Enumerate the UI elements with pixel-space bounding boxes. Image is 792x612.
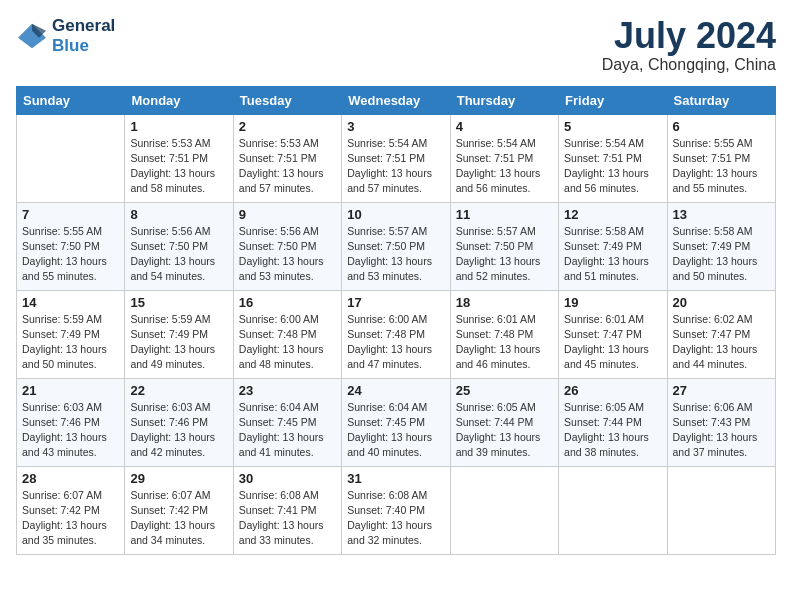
- calendar-cell: 28Sunrise: 6:07 AMSunset: 7:42 PMDayligh…: [17, 466, 125, 554]
- sunrise-text: Sunrise: 5:53 AM: [130, 136, 227, 151]
- day-detail: Sunrise: 6:03 AMSunset: 7:46 PMDaylight:…: [22, 400, 119, 461]
- daylight-text: Daylight: 13 hours and 57 minutes.: [347, 166, 444, 196]
- day-number: 14: [22, 295, 119, 310]
- calendar-cell: 24Sunrise: 6:04 AMSunset: 7:45 PMDayligh…: [342, 378, 450, 466]
- daylight-text: Daylight: 13 hours and 55 minutes.: [673, 166, 770, 196]
- calendar-cell: 17Sunrise: 6:00 AMSunset: 7:48 PMDayligh…: [342, 290, 450, 378]
- calendar-cell: 14Sunrise: 5:59 AMSunset: 7:49 PMDayligh…: [17, 290, 125, 378]
- sunrise-text: Sunrise: 5:57 AM: [456, 224, 553, 239]
- calendar-cell: 22Sunrise: 6:03 AMSunset: 7:46 PMDayligh…: [125, 378, 233, 466]
- calendar-cell: 7Sunrise: 5:55 AMSunset: 7:50 PMDaylight…: [17, 202, 125, 290]
- logo-text: General Blue: [52, 16, 115, 55]
- sunset-text: Sunset: 7:41 PM: [239, 503, 336, 518]
- day-detail: Sunrise: 5:59 AMSunset: 7:49 PMDaylight:…: [22, 312, 119, 373]
- logo-icon: [16, 22, 48, 50]
- sunset-text: Sunset: 7:50 PM: [456, 239, 553, 254]
- day-number: 18: [456, 295, 553, 310]
- calendar-cell: 11Sunrise: 5:57 AMSunset: 7:50 PMDayligh…: [450, 202, 558, 290]
- day-detail: Sunrise: 5:55 AMSunset: 7:51 PMDaylight:…: [673, 136, 770, 197]
- sunrise-text: Sunrise: 5:54 AM: [564, 136, 661, 151]
- sunrise-text: Sunrise: 6:00 AM: [347, 312, 444, 327]
- weekday-header-sunday: Sunday: [17, 86, 125, 114]
- day-detail: Sunrise: 5:58 AMSunset: 7:49 PMDaylight:…: [564, 224, 661, 285]
- page-header: General Blue July 2024 Daya, Chongqing, …: [16, 16, 776, 74]
- calendar-cell: [559, 466, 667, 554]
- daylight-text: Daylight: 13 hours and 43 minutes.: [22, 430, 119, 460]
- sunset-text: Sunset: 7:45 PM: [239, 415, 336, 430]
- sunset-text: Sunset: 7:51 PM: [564, 151, 661, 166]
- calendar-cell: 6Sunrise: 5:55 AMSunset: 7:51 PMDaylight…: [667, 114, 775, 202]
- day-detail: Sunrise: 6:08 AMSunset: 7:41 PMDaylight:…: [239, 488, 336, 549]
- daylight-text: Daylight: 13 hours and 38 minutes.: [564, 430, 661, 460]
- day-number: 1: [130, 119, 227, 134]
- sunset-text: Sunset: 7:50 PM: [130, 239, 227, 254]
- daylight-text: Daylight: 13 hours and 51 minutes.: [564, 254, 661, 284]
- day-number: 12: [564, 207, 661, 222]
- calendar-cell: [667, 466, 775, 554]
- daylight-text: Daylight: 13 hours and 50 minutes.: [22, 342, 119, 372]
- day-detail: Sunrise: 6:07 AMSunset: 7:42 PMDaylight:…: [22, 488, 119, 549]
- day-detail: Sunrise: 6:07 AMSunset: 7:42 PMDaylight:…: [130, 488, 227, 549]
- daylight-text: Daylight: 13 hours and 37 minutes.: [673, 430, 770, 460]
- sunrise-text: Sunrise: 6:04 AM: [347, 400, 444, 415]
- day-number: 30: [239, 471, 336, 486]
- sunrise-text: Sunrise: 6:05 AM: [564, 400, 661, 415]
- day-number: 15: [130, 295, 227, 310]
- calendar-cell: [450, 466, 558, 554]
- sunrise-text: Sunrise: 5:55 AM: [673, 136, 770, 151]
- daylight-text: Daylight: 13 hours and 47 minutes.: [347, 342, 444, 372]
- sunset-text: Sunset: 7:51 PM: [347, 151, 444, 166]
- daylight-text: Daylight: 13 hours and 58 minutes.: [130, 166, 227, 196]
- daylight-text: Daylight: 13 hours and 46 minutes.: [456, 342, 553, 372]
- sunrise-text: Sunrise: 6:01 AM: [564, 312, 661, 327]
- sunrise-text: Sunrise: 6:08 AM: [239, 488, 336, 503]
- sunrise-text: Sunrise: 5:56 AM: [130, 224, 227, 239]
- calendar-cell: 9Sunrise: 5:56 AMSunset: 7:50 PMDaylight…: [233, 202, 341, 290]
- week-row-3: 14Sunrise: 5:59 AMSunset: 7:49 PMDayligh…: [17, 290, 776, 378]
- day-detail: Sunrise: 6:06 AMSunset: 7:43 PMDaylight:…: [673, 400, 770, 461]
- daylight-text: Daylight: 13 hours and 56 minutes.: [456, 166, 553, 196]
- calendar-cell: 30Sunrise: 6:08 AMSunset: 7:41 PMDayligh…: [233, 466, 341, 554]
- day-detail: Sunrise: 6:02 AMSunset: 7:47 PMDaylight:…: [673, 312, 770, 373]
- day-detail: Sunrise: 6:04 AMSunset: 7:45 PMDaylight:…: [239, 400, 336, 461]
- daylight-text: Daylight: 13 hours and 53 minutes.: [347, 254, 444, 284]
- day-detail: Sunrise: 6:05 AMSunset: 7:44 PMDaylight:…: [564, 400, 661, 461]
- sunrise-text: Sunrise: 6:02 AM: [673, 312, 770, 327]
- calendar-cell: 16Sunrise: 6:00 AMSunset: 7:48 PMDayligh…: [233, 290, 341, 378]
- day-detail: Sunrise: 6:08 AMSunset: 7:40 PMDaylight:…: [347, 488, 444, 549]
- weekday-header-tuesday: Tuesday: [233, 86, 341, 114]
- sunrise-text: Sunrise: 5:57 AM: [347, 224, 444, 239]
- sunset-text: Sunset: 7:47 PM: [564, 327, 661, 342]
- sunrise-text: Sunrise: 6:08 AM: [347, 488, 444, 503]
- sunrise-text: Sunrise: 6:00 AM: [239, 312, 336, 327]
- sunset-text: Sunset: 7:49 PM: [564, 239, 661, 254]
- day-detail: Sunrise: 5:57 AMSunset: 7:50 PMDaylight:…: [347, 224, 444, 285]
- day-number: 11: [456, 207, 553, 222]
- weekday-header-monday: Monday: [125, 86, 233, 114]
- calendar-cell: 8Sunrise: 5:56 AMSunset: 7:50 PMDaylight…: [125, 202, 233, 290]
- calendar-cell: 19Sunrise: 6:01 AMSunset: 7:47 PMDayligh…: [559, 290, 667, 378]
- calendar-cell: 29Sunrise: 6:07 AMSunset: 7:42 PMDayligh…: [125, 466, 233, 554]
- day-number: 21: [22, 383, 119, 398]
- daylight-text: Daylight: 13 hours and 35 minutes.: [22, 518, 119, 548]
- sunrise-text: Sunrise: 6:04 AM: [239, 400, 336, 415]
- day-detail: Sunrise: 5:54 AMSunset: 7:51 PMDaylight:…: [564, 136, 661, 197]
- sunrise-text: Sunrise: 6:07 AM: [22, 488, 119, 503]
- sunset-text: Sunset: 7:42 PM: [22, 503, 119, 518]
- daylight-text: Daylight: 13 hours and 55 minutes.: [22, 254, 119, 284]
- day-detail: Sunrise: 6:03 AMSunset: 7:46 PMDaylight:…: [130, 400, 227, 461]
- calendar-cell: [17, 114, 125, 202]
- week-row-5: 28Sunrise: 6:07 AMSunset: 7:42 PMDayligh…: [17, 466, 776, 554]
- sunset-text: Sunset: 7:51 PM: [130, 151, 227, 166]
- day-detail: Sunrise: 6:01 AMSunset: 7:47 PMDaylight:…: [564, 312, 661, 373]
- daylight-text: Daylight: 13 hours and 34 minutes.: [130, 518, 227, 548]
- calendar-cell: 13Sunrise: 5:58 AMSunset: 7:49 PMDayligh…: [667, 202, 775, 290]
- day-detail: Sunrise: 5:54 AMSunset: 7:51 PMDaylight:…: [456, 136, 553, 197]
- day-number: 22: [130, 383, 227, 398]
- day-detail: Sunrise: 6:04 AMSunset: 7:45 PMDaylight:…: [347, 400, 444, 461]
- weekday-header-wednesday: Wednesday: [342, 86, 450, 114]
- daylight-text: Daylight: 13 hours and 54 minutes.: [130, 254, 227, 284]
- day-number: 13: [673, 207, 770, 222]
- sunset-text: Sunset: 7:49 PM: [22, 327, 119, 342]
- sunset-text: Sunset: 7:43 PM: [673, 415, 770, 430]
